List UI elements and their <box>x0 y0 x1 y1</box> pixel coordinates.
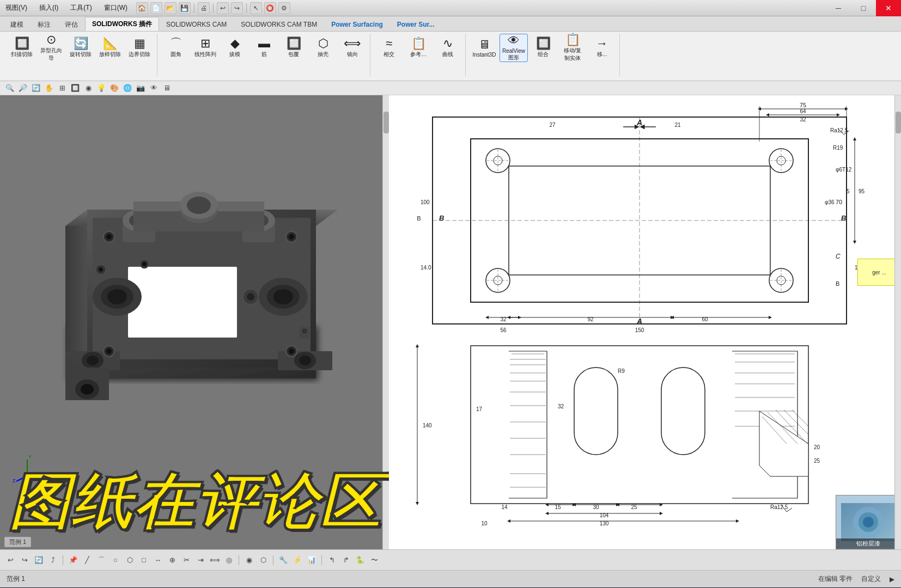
svg-text:140: 140 <box>423 422 432 428</box>
tab-annotation[interactable]: 标注 <box>31 17 58 31</box>
bt-view2[interactable]: ↱ <box>340 554 352 566</box>
bt-snake[interactable]: 🐍 <box>354 554 366 566</box>
new-btn[interactable]: 📄 <box>150 2 162 14</box>
bt-data[interactable]: 📊 <box>306 554 318 566</box>
bt-poly[interactable]: ⬡ <box>124 554 136 566</box>
svg-text:56: 56 <box>500 327 507 333</box>
tab-power-sur2[interactable]: Power Sur... <box>390 17 442 31</box>
svg-point-34 <box>289 348 294 354</box>
home-btn[interactable]: 🏠 <box>136 2 148 14</box>
btn-revolve-cut[interactable]: 🔄 旋转切除 <box>66 34 95 62</box>
btn-instant3d[interactable]: 🖥 Instant3D <box>470 34 498 62</box>
tab-sw-cam[interactable]: SOLIDWORKS CAM <box>159 17 234 31</box>
btn-loft-cut[interactable]: 📐 放样切除 <box>96 34 124 62</box>
bt-rotate[interactable]: 🔄 <box>33 554 45 566</box>
bt-circle[interactable]: ○ <box>109 554 121 566</box>
bt-sep1 <box>63 555 63 565</box>
select-btn[interactable]: ↖ <box>250 2 262 14</box>
bt-view1[interactable]: ↰ <box>326 554 338 566</box>
btn-move-copy[interactable]: 📋 移动/复制实体 <box>558 34 587 62</box>
display-style-icon[interactable]: 🔲 <box>70 83 81 94</box>
svg-point-38 <box>99 267 103 272</box>
bt-trim[interactable]: ✂ <box>180 554 192 566</box>
svg-text:Y: Y <box>28 454 32 460</box>
svg-text:B: B <box>841 214 846 222</box>
open-btn[interactable]: 📂 <box>165 2 176 14</box>
print-btn[interactable]: 🖨 <box>198 2 210 14</box>
appear-icon[interactable]: 🎨 <box>109 83 120 94</box>
bt-extend[interactable]: ⇥ <box>194 554 206 566</box>
btn-shell[interactable]: ⬡ 抽壳 <box>309 34 337 62</box>
btn-realview[interactable]: 👁 RealView 图形 <box>500 34 528 62</box>
bt-smart-dim[interactable]: ⊕ <box>166 554 178 566</box>
btn-sweep-cut[interactable]: 🔲 扫描切除 <box>8 34 36 62</box>
menu-window[interactable]: 窗口(W) <box>102 2 130 14</box>
drawing-scrollbar-thumb[interactable] <box>896 112 901 133</box>
btn-move2[interactable]: → 移... <box>588 34 616 62</box>
circle-btn[interactable]: ⭕ <box>264 2 276 14</box>
redo-btn[interactable]: ↪ <box>231 2 243 14</box>
tab-sw-plugins[interactable]: SOLIDWORKS 插件 <box>85 17 159 31</box>
btn-wrap[interactable]: 🔲 包覆 <box>279 34 308 62</box>
btn-curve[interactable]: ∿ 曲线 <box>434 34 462 62</box>
bt-3d1[interactable]: ◉ <box>243 554 255 566</box>
btn-boundary-cut[interactable]: ▦ 边界切除 <box>125 34 154 62</box>
pan-icon[interactable]: ✋ <box>44 83 54 94</box>
search-icon[interactable]: 🔍 <box>4 83 15 94</box>
bt-forward[interactable]: ↪ <box>19 554 31 566</box>
bt-sketch[interactable]: 📌 <box>67 554 79 566</box>
btn-hole-wizard[interactable]: ⊙ 异型孔向导 <box>37 34 65 62</box>
minimize-btn[interactable]: ─ <box>826 0 851 16</box>
svg-text:B: B <box>836 280 839 287</box>
menu-tools[interactable]: 工具(T) <box>68 2 94 14</box>
bt-build[interactable]: 🔧 <box>277 554 289 566</box>
bt-arc[interactable]: ⌒ <box>95 554 107 566</box>
btn-combine[interactable]: 🔲 组合 <box>529 34 557 62</box>
bt-wave[interactable]: 〜 <box>368 554 380 566</box>
btn-reference[interactable]: 📋 参考… <box>404 34 433 62</box>
bt-mirror[interactable]: ⟺ <box>209 554 221 566</box>
maximize-btn[interactable]: □ <box>851 0 876 16</box>
btn-mirror[interactable]: ⟺ 镜向 <box>338 34 367 62</box>
tab-evaluate[interactable]: 评估 <box>58 17 85 31</box>
expand-icon[interactable]: ▶ <box>890 575 894 583</box>
viewport-3d[interactable]: 图纸在评论区 Y X Z 范例 1 <box>0 95 389 549</box>
bt-config[interactable]: ⚡ <box>291 554 303 566</box>
undo-btn[interactable]: ↩ <box>217 2 229 14</box>
svg-text:100: 100 <box>421 199 430 205</box>
bt-zoom-fit[interactable]: ⤴ <box>47 554 59 566</box>
bt-offset[interactable]: ◎ <box>223 554 235 566</box>
hide-show-icon[interactable]: 👁 <box>148 83 159 94</box>
camera-icon[interactable]: 📷 <box>135 83 146 94</box>
btn-intersect[interactable]: ≈ 相交 <box>375 34 403 62</box>
btn-linear-pattern[interactable]: ⊞ 线性阵列 <box>191 34 220 62</box>
drawing-scrollbar-v[interactable] <box>894 95 901 549</box>
section-view-icon[interactable]: ◉ <box>83 83 94 94</box>
tab-power-surfacing[interactable]: Power Surfacing <box>324 17 390 31</box>
view-orient-icon[interactable]: ⊞ <box>57 83 68 94</box>
menu-view[interactable]: 视图(V) <box>3 2 29 14</box>
scene-icon[interactable]: 🌐 <box>122 83 133 94</box>
bt-rect[interactable]: □ <box>138 554 150 566</box>
zoom-icon[interactable]: 🔎 <box>17 83 28 94</box>
menu-insert[interactable]: 插入(I) <box>37 2 60 14</box>
close-btn[interactable]: ✕ <box>876 0 901 16</box>
light-icon[interactable]: 💡 <box>96 83 107 94</box>
btn-draft[interactable]: ◆ 拔模 <box>221 34 249 62</box>
options-btn[interactable]: ⚙ <box>278 2 290 14</box>
bt-dim[interactable]: ↔ <box>152 554 164 566</box>
tab-sw-cam-tbm[interactable]: SOLIDWORKS CAM TBM <box>234 17 324 31</box>
btn-fillet[interactable]: ⌒ 圆角 <box>162 34 190 62</box>
secondary-toolbar: 🔍 🔎 🔄 ✋ ⊞ 🔲 ◉ 💡 🎨 🌐 📷 👁 🖥 <box>0 81 901 95</box>
bt-line[interactable]: ╱ <box>81 554 93 566</box>
display-icon[interactable]: 🖥 <box>161 83 172 94</box>
bt-3d2[interactable]: ⬡ <box>257 554 269 566</box>
btn-rib[interactable]: ▬ 筋 <box>250 34 278 62</box>
rotate-view-icon[interactable]: 🔄 <box>31 83 41 94</box>
title-bar: 视图(V) 插入(I) 工具(T) 窗口(W) 🏠 📄 📂 💾 🖨 ↩ ↪ ↖ … <box>0 0 901 16</box>
tab-modeling[interactable]: 建模 <box>3 17 31 31</box>
scrollbar-thumb[interactable] <box>383 112 389 133</box>
viewport-drawing[interactable]: A A B B 75 64 32 Ra12.5 <box>389 95 901 549</box>
save-btn[interactable]: 💾 <box>179 2 191 14</box>
bt-back[interactable]: ↩ <box>4 554 16 566</box>
